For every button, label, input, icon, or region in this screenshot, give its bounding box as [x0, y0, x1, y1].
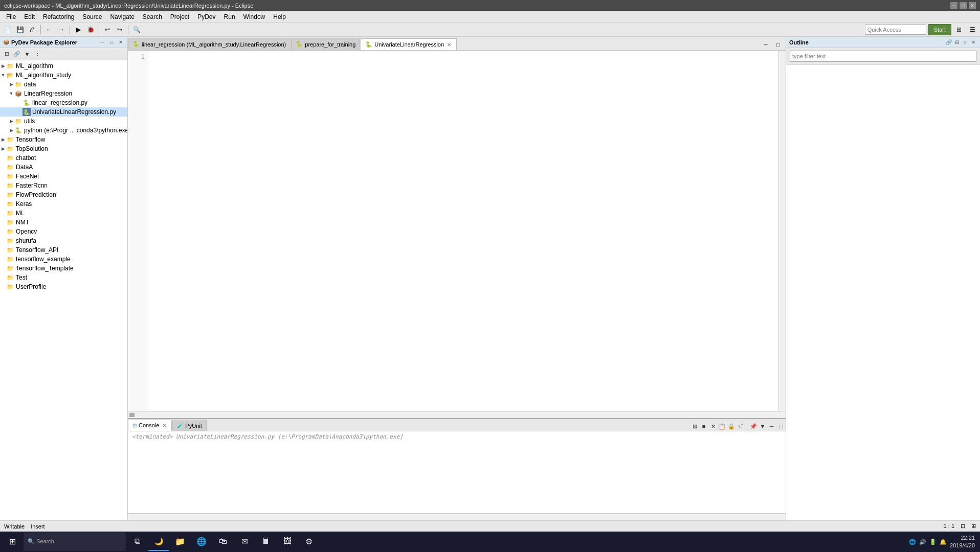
close-button[interactable]: ✕ [969, 2, 976, 9]
scroll-lock-button[interactable]: 🔒 [727, 422, 736, 431]
tree-item-tensorflow[interactable]: ▶ 📁 Tensorflow [0, 135, 127, 144]
tab-console[interactable]: ⊡ Console ✕ [128, 420, 172, 431]
run-button[interactable]: ▶ [73, 24, 84, 35]
horizontal-scrollbar[interactable] [128, 411, 786, 418]
console-scrollbar[interactable] [128, 513, 786, 520]
tree-item-facenet[interactable]: 📁 FaceNet [0, 172, 127, 181]
menu-help[interactable]: Help [269, 12, 290, 21]
new-button[interactable]: 📄 [2, 24, 13, 35]
tree-item-flowprediction[interactable]: 📁 FlowPrediction [0, 190, 127, 199]
tree-item-test[interactable]: 📁 Test [0, 273, 127, 282]
maximize-button[interactable]: □ [960, 2, 967, 9]
word-wrap-button[interactable]: ⏎ [736, 422, 745, 431]
tree-item-ml-algorithm[interactable]: ▶ 📁 ML_algorithm [0, 61, 127, 71]
link-editor-button[interactable]: 🔗 [12, 50, 21, 59]
toggle-python[interactable]: ▶ [8, 127, 14, 133]
tree-item-ml[interactable]: 📁 ML [0, 209, 127, 218]
maximize-console-button[interactable]: □ [776, 422, 786, 431]
console-view-menu[interactable]: ▼ [758, 422, 767, 431]
tree-item-userprofile[interactable]: 📁 UserProfile [0, 282, 127, 291]
minimize-console-button[interactable]: ─ [767, 422, 776, 431]
minimize-editor-button[interactable]: ─ [760, 39, 771, 50]
vertical-scrollbar[interactable] [778, 51, 786, 411]
quick-access-input[interactable] [865, 25, 926, 35]
menu-pydev[interactable]: PyDev [193, 12, 219, 21]
tree-item-opencv[interactable]: 📁 Opencv [0, 227, 127, 236]
outline-sync-button[interactable]: 🔗 [945, 39, 952, 46]
menu-navigate[interactable]: Navigate [106, 12, 138, 21]
toggle-utils[interactable]: ▶ [8, 118, 14, 124]
tree-item-univariate-lr-py[interactable]: 🐍 UnivariateLinearRegression.py [0, 107, 127, 117]
tree-item-topsolution[interactable]: ▶ 📁 TopSolution [0, 144, 127, 153]
menu-file[interactable]: File [2, 12, 20, 21]
start-menu-button[interactable]: ⊞ [2, 533, 23, 551]
tree-item-fasterrcnn[interactable]: 📁 FasterRcnn [0, 181, 127, 190]
minimize-button[interactable]: ─ [950, 2, 957, 9]
save-button[interactable]: 💾 [14, 24, 26, 35]
search-toolbar-button[interactable]: 🔍 [131, 24, 142, 35]
toggle-tensorflow[interactable]: ▶ [0, 136, 6, 143]
start-button[interactable]: Start [928, 24, 951, 35]
tab-close-univariate[interactable]: ✕ [446, 41, 452, 48]
outline-collapse-button[interactable]: ⊟ [953, 39, 961, 46]
menu-window[interactable]: Window [239, 12, 270, 21]
file-explorer-taskbar-btn[interactable]: 📁 [170, 533, 190, 551]
calculator-taskbar-btn[interactable]: 🖩 [256, 533, 276, 551]
tree-item-linear-regression-py[interactable]: 🐍 linear_regression.py [0, 98, 127, 107]
tree-item-keras[interactable]: 📁 Keras [0, 199, 127, 209]
pin-console-button[interactable]: 📌 [749, 422, 758, 431]
open-view-button[interactable]: ☰ [967, 24, 978, 35]
menu-edit[interactable]: Edit [20, 12, 39, 21]
debug-button[interactable]: 🐞 [85, 24, 96, 35]
editor-content[interactable]: 1 [128, 51, 786, 411]
toggle-ml-algorithm[interactable]: ▶ [0, 63, 6, 69]
maximize-editor-button[interactable]: □ [772, 39, 784, 50]
tab-univariate[interactable]: 🐍 UnivariateLinearRegression ✕ [361, 38, 457, 51]
toggle-data[interactable]: ▶ [8, 81, 14, 87]
outline-filter-input[interactable] [790, 51, 976, 62]
tab-pyunit[interactable]: 🧪 PyUnit [172, 420, 206, 431]
maximize-panel-button[interactable]: □ [108, 39, 115, 46]
remove-terminated-button[interactable]: ✕ [708, 422, 718, 431]
tree-item-data[interactable]: ▶ 📁 data [0, 80, 127, 89]
undo-button[interactable]: ↩ [102, 24, 113, 35]
tree-item-python[interactable]: ▶ 🐍 python (e:\Progr ... conda3\python.e… [0, 126, 127, 135]
tree-item-ml-algorithm-study[interactable]: ▼ 📂 ML_algorithm_study [0, 71, 127, 80]
tree-item-linearregression[interactable]: ▼ 📦 LinearRegression [0, 89, 127, 98]
tree-item-shurufa[interactable]: 📁 shurufa [0, 236, 127, 245]
terminate-button[interactable]: ■ [699, 422, 708, 431]
tree-item-tensorflow-api[interactable]: 📁 Tensorflow_API [0, 245, 127, 255]
back-button[interactable]: ← [43, 24, 55, 35]
menu-run[interactable]: Run [220, 12, 239, 21]
clear-console-button[interactable]: ⊠ [690, 422, 699, 431]
window-controls[interactable]: ─ □ ✕ [950, 2, 976, 9]
menu-refactoring[interactable]: Refactoring [39, 12, 78, 21]
photos-taskbar-btn[interactable]: 🖼 [277, 533, 298, 551]
minimize-panel-button[interactable]: ─ [99, 39, 106, 46]
filter-button[interactable]: ▼ [23, 50, 32, 59]
browser-taskbar-btn[interactable]: 🌐 [191, 533, 212, 551]
toggle-topsolution[interactable]: ▶ [0, 146, 6, 152]
tab-linear-regression[interactable]: 🐍 linear_regression (ML_algorithm_study.… [128, 38, 291, 50]
open-perspective-button[interactable]: ⊞ [953, 24, 965, 35]
search-bar-button[interactable]: 🔍 Search [24, 533, 126, 551]
tree-item-utils[interactable]: ▶ 📁 utils [0, 117, 127, 126]
eclipse-taskbar-btn[interactable]: 🌙 [148, 533, 169, 551]
tab-close-console[interactable]: ✕ [161, 422, 167, 428]
tab-prepare[interactable]: 🐍 prepare_for_training [291, 38, 360, 50]
menu-search[interactable]: Search [139, 12, 166, 21]
tree-item-nmt[interactable]: 📁 NMT [0, 218, 127, 227]
task-view-button[interactable]: ⧉ [127, 533, 147, 551]
view-menu-button[interactable]: ⋮ [33, 50, 42, 59]
copy-output-button[interactable]: 📋 [718, 422, 727, 431]
redo-button[interactable]: ↪ [114, 24, 125, 35]
outline-hide-fields-button[interactable]: ≡ [962, 39, 969, 46]
close-panel-button[interactable]: ✕ [117, 39, 124, 46]
menu-project[interactable]: Project [166, 12, 193, 21]
tree-item-tensorflow-template[interactable]: 📁 Tensorflow_Template [0, 264, 127, 273]
toggle-lr[interactable]: ▼ [8, 90, 14, 97]
mail-taskbar-btn[interactable]: ✉ [234, 533, 255, 551]
print-button[interactable]: 🖨 [27, 24, 38, 35]
tree-item-dataa[interactable]: 📁 DataA [0, 163, 127, 172]
menu-source[interactable]: Source [78, 12, 106, 21]
